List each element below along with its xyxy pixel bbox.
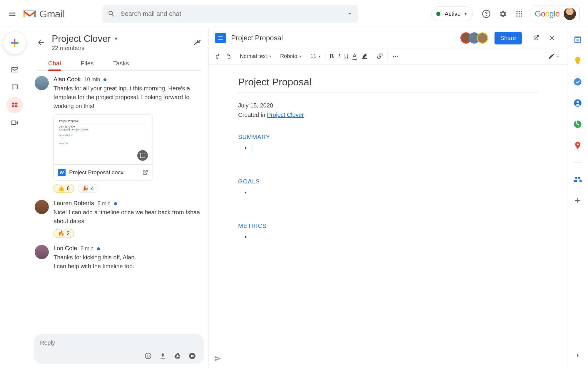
room-title[interactable]: Project Clover ▼ xyxy=(52,33,193,44)
author-avatar[interactable] xyxy=(35,76,49,90)
author-name: Lauren Roberts xyxy=(54,200,94,207)
main-menu-button[interactable] xyxy=(5,7,19,21)
search-icon xyxy=(108,10,115,18)
side-tasks-icon[interactable] xyxy=(573,77,582,86)
tab-chat[interactable]: Chat xyxy=(48,57,61,70)
side-maps-icon[interactable] xyxy=(573,141,582,150)
doc-section-heading: METRICS xyxy=(238,223,538,229)
emoji-icon: 👍 xyxy=(58,185,64,192)
compose-button[interactable] xyxy=(3,32,26,54)
nav-meet[interactable] xyxy=(6,115,23,131)
side-addons-icon[interactable] xyxy=(573,175,582,184)
doc-list[interactable] xyxy=(250,189,538,196)
side-add-icon[interactable] xyxy=(573,196,582,205)
side-contacts-icon[interactable] xyxy=(573,99,582,107)
author-avatar[interactable] xyxy=(35,200,49,214)
highlight-button[interactable] xyxy=(361,53,368,60)
doc-list[interactable] xyxy=(250,145,538,152)
svg-point-19 xyxy=(393,56,394,57)
side-voice-icon[interactable] xyxy=(573,120,582,129)
font-selector[interactable]: Roboto▼ xyxy=(280,53,302,59)
bold-button[interactable]: B xyxy=(330,52,334,60)
paragraph-style-selector[interactable]: Normal text▼ xyxy=(240,53,272,59)
svg-point-21 xyxy=(397,56,398,57)
settings-button[interactable] xyxy=(496,7,510,21)
back-button[interactable] xyxy=(36,38,45,47)
svg-rect-12 xyxy=(12,105,14,107)
font-size-selector[interactable]: 11▼ xyxy=(310,53,321,59)
tab-files[interactable]: Files xyxy=(81,57,93,70)
search-input[interactable] xyxy=(121,10,347,18)
svg-point-15 xyxy=(147,355,148,356)
open-in-new-icon[interactable] xyxy=(529,31,543,45)
svg-point-20 xyxy=(395,56,396,57)
text-cursor-icon xyxy=(252,145,252,151)
reaction-chip[interactable]: 👍 6 xyxy=(54,184,74,193)
collaborator-avatars[interactable] xyxy=(463,32,488,44)
collaborator-avatar[interactable] xyxy=(477,32,488,44)
send-button[interactable] xyxy=(214,354,222,363)
nav-mail[interactable] xyxy=(6,62,23,78)
collapse-button[interactable] xyxy=(193,38,201,47)
status-selector[interactable]: Active ▼ xyxy=(431,6,472,21)
editing-mode-button[interactable]: ▼ xyxy=(548,53,561,59)
word-file-icon: W xyxy=(58,169,66,176)
side-calendar-icon[interactable]: 31 xyxy=(573,35,582,44)
room-members: 22 members xyxy=(52,45,193,52)
svg-rect-13 xyxy=(15,105,17,107)
google-wordmark: Google xyxy=(535,9,559,19)
message-time: 10 min xyxy=(84,77,100,83)
doc-section-heading: SUMMARY xyxy=(238,134,538,140)
gmail-logo[interactable]: Gmail xyxy=(22,8,64,20)
doc-title[interactable]: Project Proposal xyxy=(231,34,283,42)
side-panel-divider xyxy=(573,162,582,163)
help-button[interactable] xyxy=(479,7,493,21)
svg-point-8 xyxy=(519,15,520,16)
reply-input[interactable] xyxy=(40,339,198,346)
insert-link-button[interactable] xyxy=(376,53,383,60)
svg-point-16 xyxy=(149,355,150,356)
side-keep-icon[interactable] xyxy=(573,56,582,65)
italic-button[interactable]: I xyxy=(338,52,340,60)
user-avatar[interactable] xyxy=(564,8,576,20)
unread-indicator-icon xyxy=(103,78,106,81)
svg-point-5 xyxy=(519,13,520,14)
svg-point-1 xyxy=(516,11,517,12)
chevron-down-icon: ▼ xyxy=(557,55,559,58)
nav-rooms[interactable] xyxy=(6,97,23,113)
nav-chat[interactable] xyxy=(6,79,23,96)
doc-divider xyxy=(238,92,538,92)
doc-room-link[interactable]: Project Clover xyxy=(267,112,304,118)
svg-point-6 xyxy=(521,13,522,14)
svg-rect-11 xyxy=(15,103,17,105)
drive-icon[interactable] xyxy=(174,352,181,360)
share-button[interactable]: Share xyxy=(495,32,522,44)
tab-tasks[interactable]: Tasks xyxy=(113,57,129,70)
svg-point-3 xyxy=(521,11,522,12)
undo-button[interactable] xyxy=(215,53,221,59)
emoji-picker-icon[interactable] xyxy=(144,352,152,360)
redo-button[interactable] xyxy=(225,53,232,59)
attachment-card[interactable]: Project Proposal July 15, 2020 Created i… xyxy=(54,115,153,180)
more-tools-button[interactable] xyxy=(392,53,399,60)
reply-box[interactable] xyxy=(34,334,204,364)
author-avatar[interactable] xyxy=(35,245,49,259)
reaction-chip[interactable]: 🔥 2 xyxy=(54,229,74,238)
search-options-icon[interactable] xyxy=(347,11,353,17)
emoji-icon: 🎉 xyxy=(82,185,88,192)
side-panel-toggle[interactable] xyxy=(571,349,584,362)
text-color-button[interactable]: A xyxy=(353,52,356,60)
doc-body[interactable]: Project Proposal July 15, 2020 Created i… xyxy=(209,64,567,368)
google-account-box[interactable]: Google xyxy=(531,6,580,22)
upload-icon[interactable] xyxy=(159,352,167,360)
close-button[interactable] xyxy=(545,31,559,45)
open-external-icon[interactable] xyxy=(141,169,148,176)
underline-button[interactable]: U xyxy=(344,53,348,60)
meet-icon[interactable] xyxy=(188,352,196,360)
apps-button[interactable] xyxy=(512,7,526,21)
doc-list[interactable] xyxy=(250,233,538,241)
svg-rect-18 xyxy=(362,58,367,59)
reaction-chip[interactable]: 🎉 4 xyxy=(78,184,98,193)
svg-point-9 xyxy=(521,15,522,16)
search-box[interactable] xyxy=(102,5,358,23)
